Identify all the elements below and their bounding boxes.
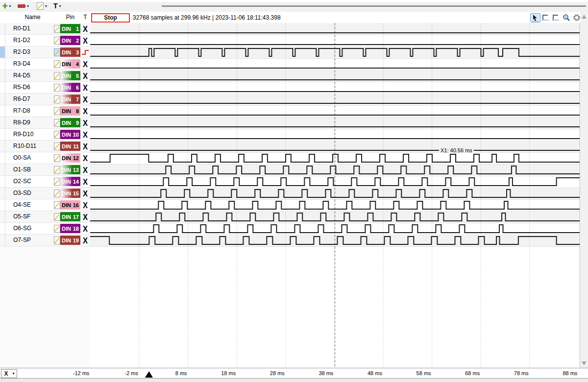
note-icon[interactable] — [54, 96, 60, 103]
channel-row[interactable]: O4-SEDIN16X — [0, 199, 90, 211]
stop-button[interactable]: Stop — [91, 13, 130, 23]
note-icon[interactable] — [54, 166, 60, 174]
pin-badge[interactable]: DIN12 — [60, 153, 80, 163]
row-selector[interactable] — [0, 82, 5, 93]
trigger-none-icon[interactable]: X — [80, 82, 90, 94]
note-icon[interactable] — [54, 25, 60, 33]
channel-row[interactable]: O5-SFDIN17X — [0, 211, 90, 223]
chevron-down-icon[interactable]: ▾ — [9, 4, 11, 8]
channel-row[interactable]: R0-D1DIN1X — [0, 23, 90, 35]
pin-badge[interactable]: DIN13 — [60, 165, 80, 174]
row-selector[interactable] — [0, 23, 5, 34]
note-icon[interactable] — [54, 72, 60, 80]
channel-row[interactable]: O0-SADIN12X — [0, 152, 90, 164]
pin-badge[interactable]: DIN9 — [60, 118, 80, 127]
trigger-none-icon[interactable]: X — [80, 94, 90, 105]
row-selected-marker[interactable] — [0, 47, 5, 58]
vertical-scrollbar[interactable] — [581, 12, 588, 368]
trigger-none-icon[interactable]: X — [80, 58, 90, 70]
trigger-none-icon[interactable]: X — [80, 176, 90, 188]
zoom-tool-button[interactable] — [562, 13, 571, 22]
channel-row[interactable]: O6-SGDIN18X — [0, 223, 90, 235]
channel-row[interactable]: O3-SDDIN15X — [0, 188, 90, 199]
note-icon[interactable] — [54, 107, 60, 115]
channel-row[interactable]: R3-D4DIN4X — [0, 58, 90, 70]
note-icon[interactable] — [54, 237, 60, 244]
pin-badge[interactable]: DIN8 — [60, 106, 80, 116]
scroll-up-icon[interactable] — [582, 15, 587, 19]
trigger-none-icon[interactable]: X — [80, 105, 90, 117]
text-tool-button[interactable]: T ▾ — [53, 1, 61, 10]
pin-badge[interactable]: DIN19 — [60, 236, 80, 245]
trigger-none-icon[interactable]: X — [80, 235, 90, 246]
channel-row[interactable]: O1-SBDIN13X — [0, 164, 90, 176]
channel-row[interactable]: R4-D5DIN5X — [0, 70, 90, 82]
trigger-rising-edge-icon[interactable] — [80, 47, 90, 58]
remove-channel-button[interactable]: ▾ — [18, 1, 29, 10]
row-selector[interactable] — [0, 211, 5, 222]
row-selector[interactable] — [0, 94, 5, 105]
trigger-none-icon[interactable]: X — [80, 188, 90, 199]
pin-badge[interactable]: DIN3 — [60, 48, 80, 57]
trigger-none-icon[interactable]: X — [80, 223, 90, 235]
note-icon[interactable] — [54, 60, 60, 68]
row-selector[interactable] — [0, 141, 5, 152]
waveform-area[interactable]: X1: 40.56 ms — [90, 23, 580, 367]
row-selector[interactable] — [0, 35, 5, 46]
pin-badge[interactable]: DIN5 — [60, 71, 80, 80]
note-icon[interactable] — [54, 119, 60, 127]
trigger-none-icon[interactable]: X — [80, 211, 90, 223]
pin-badge[interactable]: DIN2 — [60, 36, 80, 45]
row-selector[interactable] — [0, 129, 5, 140]
pin-badge[interactable]: DIN17 — [60, 212, 80, 221]
axis-unit-dropdown[interactable]: ▾ — [10, 369, 17, 378]
pin-badge[interactable]: DIN1 — [60, 24, 80, 33]
row-selector[interactable] — [0, 58, 5, 70]
pin-badge[interactable]: DIN10 — [60, 130, 80, 139]
trigger-none-icon[interactable]: X — [80, 141, 90, 152]
channel-row[interactable]: R7-D8DIN8X — [0, 105, 90, 117]
chevron-down-icon[interactable]: ▾ — [59, 4, 61, 8]
trigger-none-icon[interactable]: X — [80, 152, 90, 164]
chevron-down-icon[interactable]: ▾ — [45, 4, 47, 8]
note-icon[interactable] — [54, 225, 60, 233]
row-selector[interactable] — [0, 176, 5, 187]
channel-row[interactable]: R6-D7DIN7X — [0, 94, 90, 105]
row-selector[interactable] — [0, 105, 5, 117]
channel-row[interactable]: O2-SCDIN14X — [0, 176, 90, 188]
settings-tool-button[interactable] — [572, 13, 581, 22]
row-selector[interactable] — [0, 70, 5, 81]
row-selector[interactable] — [0, 188, 5, 199]
note-icon[interactable] — [54, 213, 60, 221]
pin-badge[interactable]: DIN6 — [60, 83, 80, 92]
trigger-none-icon[interactable]: X — [80, 35, 90, 47]
note-icon[interactable] — [54, 131, 60, 139]
note-icon[interactable] — [54, 37, 60, 45]
time-axis[interactable]: X ▾ -12 ms-2 ms8 ms18 ms28 ms38 ms48 ms5… — [0, 368, 588, 379]
note-tool-button[interactable]: ▾ — [37, 1, 47, 10]
row-selector[interactable] — [0, 117, 5, 128]
channel-row[interactable]: R9-D10DIN10X — [0, 129, 90, 141]
pin-badge[interactable]: DIN16 — [60, 200, 80, 210]
row-selector[interactable] — [0, 164, 5, 175]
trigger-none-icon[interactable]: X — [80, 23, 90, 35]
note-icon[interactable] — [54, 143, 60, 150]
row-selector[interactable] — [0, 199, 5, 211]
row-selector[interactable] — [0, 152, 5, 164]
marker2-tool-button[interactable] — [551, 13, 560, 22]
trigger-none-icon[interactable]: X — [80, 199, 90, 211]
scroll-down-icon[interactable] — [582, 361, 587, 365]
row-selector[interactable] — [0, 223, 5, 234]
pin-badge[interactable]: DIN14 — [60, 177, 80, 186]
marker1-tool-button[interactable] — [540, 13, 550, 22]
add-channel-button[interactable]: + ▾ — [2, 1, 11, 10]
note-icon[interactable] — [54, 48, 60, 56]
channel-row[interactable]: O7-SPDIN19X — [0, 235, 90, 246]
pin-badge[interactable]: DIN15 — [60, 189, 80, 198]
chevron-down-icon[interactable]: ▾ — [27, 4, 29, 8]
channel-row[interactable]: R10-D11DIN11X — [0, 141, 90, 152]
pointer-tool-button[interactable] — [530, 13, 540, 23]
channel-row[interactable]: R2-D3DIN3 — [0, 47, 90, 58]
axis-unit-selector[interactable]: X — [1, 369, 11, 378]
note-icon[interactable] — [54, 178, 60, 186]
